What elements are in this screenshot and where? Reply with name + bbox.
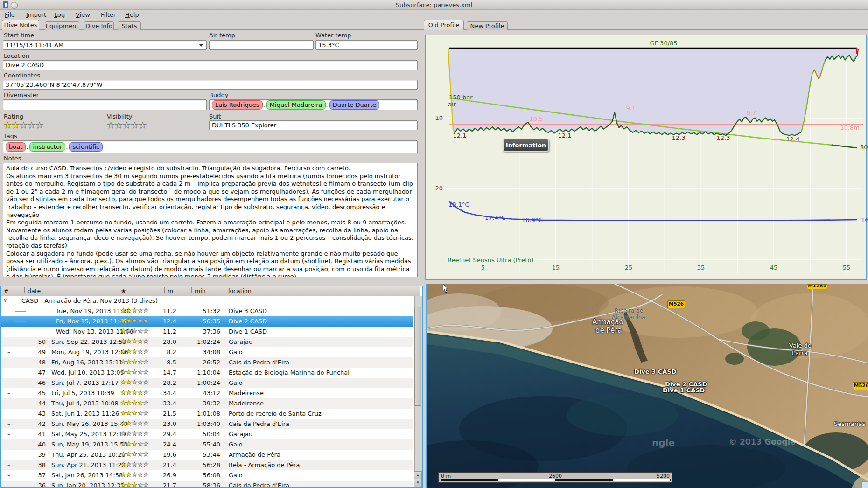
star-rating: ★★★★★ [120, 399, 149, 406]
air-temp-label: Air temp [209, 32, 235, 39]
tab-old-profile[interactable]: Old Profile [424, 20, 464, 30]
tag-pill[interactable]: scientific [69, 142, 103, 152]
trip-row[interactable]: ∨ – CASD - Armação de Pêra, Nov 2013 (3 … [1, 296, 413, 306]
dive-list-panel[interactable]: # date ★ m min location ∨ – CASD - Armaç… [0, 286, 423, 488]
menu-log[interactable]: Log [52, 11, 67, 19]
time-tick: 55 [840, 264, 854, 271]
trip-label: CASD - Armação de Pêra, Nov 2013 (3 dive… [21, 297, 158, 304]
dive-row[interactable]: –37Sat, Jan 26, 2013 14:58★★★★★26.956:08… [1, 470, 413, 481]
dive-location-cell: Cais da Pedra d'Eira [229, 359, 289, 366]
menu-help[interactable]: Help [123, 11, 141, 19]
buddy-tag[interactable]: Miguel Madureira [266, 100, 326, 110]
dive-row[interactable]: –47Wed, Jul 10, 2013 13:09★★★★★14.71:10:… [1, 368, 413, 378]
menu-file[interactable]: File [3, 11, 17, 19]
dive-site-marker-1[interactable]: Dive 1 CASD [663, 387, 705, 394]
dive-duration-cell: 26:52 [177, 359, 220, 366]
dive-location-cell: Galo [229, 472, 243, 479]
dive-row[interactable]: –46Sun, Jul 7, 2013 17:17★★★★★28.21:00:2… [1, 378, 413, 388]
start-time-label: Start time [4, 32, 34, 39]
star-rating: ★★★★★ [120, 440, 149, 447]
col-header-location[interactable]: location [225, 287, 252, 294]
tab-equipment[interactable]: Equipment [45, 21, 79, 30]
resize-corner[interactable] [861, 481, 868, 488]
tag-pill[interactable]: instructor [29, 142, 65, 152]
buddy-input[interactable]: Luís Rodrigues,Miguel Madureira,Duarte D… [209, 99, 418, 110]
map-river-label-line2: Alcantarilha [612, 314, 645, 321]
dive-row[interactable]: –36Sun, Jan 20, 2013 12:33★★★★★21.758:36… [1, 481, 413, 488]
dive-row[interactable]: –49Mon, Aug 19, 2013 12:06★★★★★8.234:08G… [1, 347, 413, 357]
dive-profile-panel[interactable] [425, 35, 867, 280]
dive-row[interactable]: Wed, Nov 13, 2013 11:06★★★★★11.237:36Div… [1, 327, 413, 337]
dive-stars-cell: ★★★★★ [120, 389, 149, 396]
dive-depth-cell: 26.9 [155, 472, 176, 479]
map-panel[interactable]: Armação de Pêra Ribeira de Alcantarilha … [426, 284, 868, 488]
location-input[interactable]: Dive 2 CASD [3, 60, 418, 70]
dive-number-cell: 46 [20, 379, 46, 386]
notes-textarea[interactable]: Aula do curso CASD. Transectos c/video e… [3, 163, 418, 277]
star-rating: ★★★★★ [120, 420, 149, 427]
start-time-input[interactable]: 11/15/13 11:41 AM [3, 40, 207, 50]
coordinates-input[interactable]: 37°05'23.460"N 8°20'47.879"W [3, 80, 418, 90]
dive-row[interactable]: –50Sun, Sep 22, 2013 12:59★★★★★28.01:02:… [1, 337, 413, 347]
scrollbar-thumb[interactable] [414, 307, 421, 406]
tags-input[interactable]: boat,instructor,scientific [3, 140, 418, 153]
dive-row[interactable]: –44Thu, Jul 4, 2013 10:08★★★★★33.439:32M… [1, 398, 413, 409]
tree-line: – [7, 461, 11, 468]
dive-row[interactable]: –48Fri, Aug 16, 2013 15:11★★★★★8.526:52C… [1, 357, 413, 368]
col-header-stars[interactable]: ★ [118, 287, 126, 294]
visibility-stars[interactable]: ★★★★★ [107, 121, 147, 130]
dive-number-cell: 49 [20, 349, 46, 356]
time-tick: 45 [767, 264, 781, 271]
star-rating: ★★★★★ [4, 120, 43, 130]
dive-row[interactable]: –38Sun, Apr 21, 2013 11:28★★★★★21.456:28… [1, 460, 413, 470]
dive-list-header[interactable]: # date ★ m min location [1, 286, 420, 296]
divemaster-input[interactable] [3, 99, 207, 110]
subsurface-window: Subsurface: paneves.xml File Import Log … [0, 0, 868, 488]
tab-new-profile[interactable]: New Profile [467, 21, 508, 30]
dive-stars-cell: ★★★★★ [120, 481, 149, 488]
menu-filter[interactable]: Filter [99, 11, 118, 19]
menu-import[interactable]: Import [24, 11, 48, 19]
dive-row[interactable]: Tue, Nov 19, 2013 11:39★★★★★11.251:32Div… [1, 306, 413, 316]
chevron-down-icon[interactable] [199, 44, 203, 47]
information-tooltip[interactable]: Information [503, 139, 549, 152]
col-header-depth[interactable]: m [164, 287, 173, 294]
dive-date-cell: Sun, Apr 21, 2013 11:28 [51, 461, 126, 468]
dive-number-cell: 44 [20, 400, 46, 407]
tab-dive-notes[interactable]: Dive Notes [2, 20, 39, 30]
trip-expander-icon[interactable]: ∨ [3, 297, 7, 303]
map-town-label-line2: de Pêra [595, 326, 622, 335]
col-header-date[interactable]: date [24, 287, 41, 294]
dive-site-marker-3[interactable]: Dive 3 CASD [634, 368, 676, 375]
dive-depth-cell: 29.4 [155, 431, 176, 438]
tree-line: – [7, 369, 11, 376]
dive-row[interactable]: –42Sun, May 26, 2013 15:40★★★★★23.01:03:… [1, 419, 413, 429]
buddy-tag[interactable]: Luís Rodrigues [212, 100, 263, 110]
dive-row[interactable]: –41Sat, May 25, 2013 12:19★★★★★29.450:04… [1, 429, 413, 439]
window-titlebar[interactable]: Subsurface: paneves.xml [0, 0, 868, 10]
tag-pill[interactable]: boat [6, 142, 26, 152]
dive-row[interactable]: Fri, Nov 15, 2013 11:41★★★★★12.456:35Div… [1, 316, 413, 327]
buddy-tag[interactable]: Duarte Duarte [329, 100, 379, 110]
dive-duration-cell: 1:03:40 [177, 420, 220, 427]
menu-view[interactable]: View [74, 11, 92, 19]
col-header-duration[interactable]: min [191, 287, 206, 294]
dive-row[interactable]: –45Fri, Jul 5, 2013 10:39★★★★★34.443:12M… [1, 388, 413, 398]
dive-date-cell: Sat, May 25, 2013 12:19 [51, 431, 126, 438]
dive-list-scrollbar[interactable] [414, 296, 422, 487]
air-temp-input[interactable] [209, 40, 314, 50]
suit-input[interactable]: DUI TLS 350 Explorer [209, 120, 418, 130]
dive-location-cell: Estação de Biologia Marinha do Funchal [229, 369, 350, 376]
scroll-down-button[interactable]: ▾ [414, 479, 422, 487]
dive-location-cell: Garajau [229, 431, 252, 438]
dive-row[interactable]: –43Sat, Jun 1, 2013 11:26★★★★★21.51:01:0… [1, 409, 413, 419]
dive-row[interactable]: –39Thu, Apr 25, 2013 10:28★★★★★19.653:44… [1, 450, 413, 460]
tab-stats[interactable]: Stats [118, 21, 141, 30]
tab-dive-info[interactable]: Dive Info [84, 21, 114, 30]
rating-stars[interactable]: ★★★★★ [4, 121, 43, 130]
dive-duration-cell: 43:12 [177, 390, 220, 397]
map-vale-label-line2: Parra [792, 349, 808, 356]
col-header-num[interactable]: # [4, 287, 8, 294]
water-temp-input[interactable]: 15.3°C [315, 40, 418, 50]
dive-row[interactable]: –40Sun, May 19, 2013 15:53★★★★★24.455:40… [1, 439, 413, 450]
